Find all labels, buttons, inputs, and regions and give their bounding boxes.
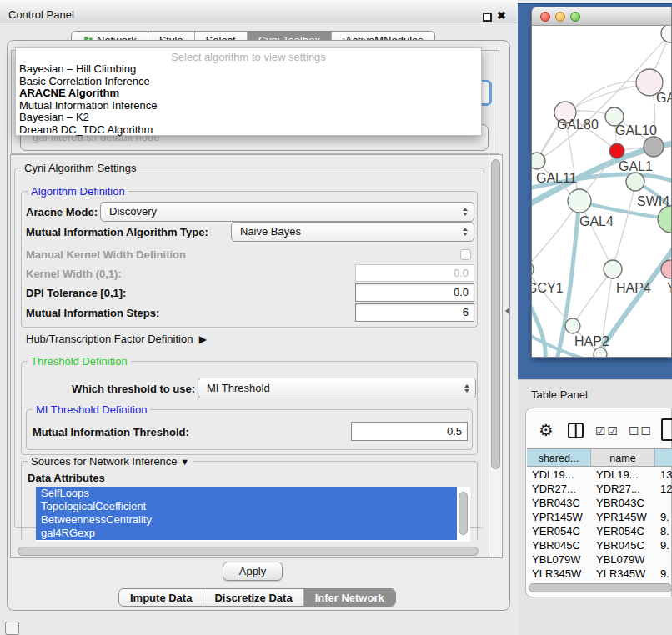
mi-threshold-legend: MI Threshold Definition bbox=[33, 403, 150, 416]
table-cell: YBL079W bbox=[527, 552, 591, 567]
network-node[interactable] bbox=[609, 143, 624, 158]
table-cell: YER054C bbox=[591, 524, 655, 538]
deselect-all-checkboxes-icon[interactable]: ☐☐ bbox=[629, 424, 653, 438]
table-cell: 8. bbox=[655, 524, 672, 538]
dropdown-item[interactable]: Mutual Information Inference bbox=[16, 100, 481, 112]
mi-type-combo[interactable]: Naive Bayes bbox=[231, 222, 474, 242]
table-header-partial[interactable] bbox=[655, 448, 672, 467]
float-panel-icon[interactable] bbox=[483, 12, 492, 22]
control-panel-titlebar: Control Panel ✖ bbox=[0, 0, 517, 23]
network-node[interactable] bbox=[604, 260, 622, 278]
dropdown-prompt: Select algorithm to view settings bbox=[16, 51, 481, 63]
minimize-window-icon[interactable] bbox=[555, 12, 565, 22]
zoom-window-icon[interactable] bbox=[570, 12, 580, 22]
network-node[interactable] bbox=[568, 189, 591, 212]
table-row[interactable]: YLR345WYLR345W9. bbox=[527, 567, 672, 581]
tab-label: Discretize Data bbox=[214, 589, 292, 607]
node-label: GAL11 bbox=[536, 171, 577, 185]
table-cell: YPR145W bbox=[591, 510, 655, 524]
cyni-settings-scrollpane: Cyni Algorithm Settings Algorithm Defini… bbox=[10, 154, 503, 558]
table-cell: 9. bbox=[655, 567, 672, 581]
node-label: GAL1 bbox=[619, 159, 653, 173]
algorithm-definition-legend: Algorithm Definition bbox=[28, 185, 128, 198]
network-node[interactable] bbox=[658, 206, 672, 232]
close-window-icon[interactable] bbox=[540, 12, 550, 22]
sources-legend[interactable]: Sources for Network Inference ▼ bbox=[28, 455, 193, 468]
attribute-list-item[interactable]: gal4RGexp bbox=[36, 527, 457, 540]
hub-definition-toggle[interactable]: Hub/Transcription Factor Definition ▶ bbox=[26, 332, 207, 345]
export-table-icon[interactable] bbox=[661, 418, 672, 441]
aracne-mode-combo[interactable]: Discovery bbox=[100, 202, 474, 222]
mi-steps-field[interactable]: 6 bbox=[355, 303, 474, 322]
table-header-name[interactable]: name bbox=[591, 448, 655, 467]
table-cell: YER054C bbox=[527, 524, 591, 538]
node-label: GCY1 bbox=[532, 281, 564, 295]
table-settings-gear-icon[interactable]: ⚙ bbox=[539, 420, 554, 440]
manual-kernel-checkbox[interactable] bbox=[460, 249, 471, 260]
dropdown-item[interactable]: Basic Correlation Inference bbox=[16, 76, 481, 88]
table-row[interactable]: YDL19...YDL19...13 bbox=[527, 468, 672, 482]
dropdown-item[interactable]: Bayesian – K2 bbox=[16, 112, 481, 124]
apply-button[interactable]: Apply bbox=[223, 562, 283, 581]
mi-type-label: Mutual Information Algorithm Type: bbox=[26, 226, 208, 238]
mi-steps-label: Mutual Information Steps: bbox=[26, 307, 159, 319]
table-row[interactable]: YDR27...YDR27...12 bbox=[527, 482, 672, 496]
network-node[interactable] bbox=[644, 137, 664, 157]
network-node[interactable] bbox=[565, 318, 580, 333]
dropdown-item[interactable]: Bayesian – Hill Climbing bbox=[16, 63, 481, 76]
table-row[interactable]: YBR045CYBR045C9. bbox=[527, 538, 672, 552]
dropdown-item[interactable]: Dream8 DC_TDC Algorithm bbox=[16, 124, 481, 137]
manual-kernel-label: Manual Kernel Width Definition bbox=[26, 248, 186, 261]
dropdown-item[interactable]: ARACNE Algorithm bbox=[16, 88, 481, 100]
select-all-checkboxes-icon[interactable]: ☑☑ bbox=[595, 424, 619, 438]
network-window-titlebar[interactable] bbox=[532, 8, 671, 26]
panel-divider-handle[interactable] bbox=[505, 308, 509, 314]
tab-label: Impute Data bbox=[130, 589, 192, 607]
table-row[interactable]: YER054CYER054C8. bbox=[527, 524, 672, 538]
kernel-width-label: Kernel Width (0,1): bbox=[26, 268, 122, 280]
tab-impute-data[interactable]: Impute Data bbox=[119, 589, 203, 606]
attribute-list-item[interactable]: TopologicalCoefficient bbox=[36, 500, 457, 513]
column-visibility-icon[interactable] bbox=[568, 422, 584, 438]
settings-vscroll-thumb[interactable] bbox=[491, 159, 500, 469]
network-node[interactable] bbox=[626, 172, 644, 191]
table-cell: YDR27... bbox=[591, 482, 655, 496]
dpi-tolerance-field[interactable]: 0.0 bbox=[355, 283, 474, 302]
mi-threshold-label: Mutual Information Threshold: bbox=[33, 426, 189, 438]
table-cell: YLR345W bbox=[591, 567, 655, 581]
tab-label: Infer Network bbox=[315, 589, 384, 607]
settings-horizontal-scrollbar[interactable] bbox=[18, 547, 479, 556]
attribute-list-item[interactable]: SelfLoops bbox=[36, 487, 457, 500]
attribute-list-item[interactable]: BetweennessCentrality bbox=[36, 513, 457, 527]
network-node[interactable] bbox=[532, 152, 545, 169]
tab-discretize-data[interactable]: Discretize Data bbox=[203, 589, 303, 606]
table-cell: YBR045C bbox=[591, 538, 655, 552]
table-row[interactable]: YPR145WYPR145W9. bbox=[527, 510, 672, 524]
network-node[interactable] bbox=[661, 26, 672, 42]
network-edge bbox=[573, 269, 613, 326]
tab-infer-network[interactable]: Infer Network bbox=[304, 589, 395, 606]
network-node[interactable] bbox=[594, 348, 607, 358]
combo-spinner-icon bbox=[463, 208, 468, 216]
table-header-shared-name[interactable]: shared... bbox=[527, 448, 591, 467]
mi-threshold-field[interactable]: 0.5 bbox=[351, 422, 468, 441]
combo-spinner-icon bbox=[463, 228, 468, 236]
which-threshold-combo[interactable]: MI Threshold bbox=[198, 378, 476, 398]
table-row[interactable]: YBR043CYBR043C bbox=[527, 496, 672, 510]
node-label: GAL4 bbox=[579, 214, 614, 228]
network-node[interactable] bbox=[532, 261, 534, 278]
table-cell: YBR043C bbox=[591, 496, 655, 510]
minimized-panel-icon[interactable] bbox=[5, 622, 19, 635]
table-cell: 9. bbox=[655, 538, 672, 552]
list-vertical-scrollbar[interactable] bbox=[459, 492, 468, 535]
node-label: GAL80 bbox=[557, 118, 599, 132]
table-horizontal-scrollbar[interactable] bbox=[529, 583, 672, 592]
table-panel-title: Table Panel bbox=[531, 388, 588, 401]
which-threshold-label: Which threshold to use: bbox=[72, 382, 195, 395]
table-row[interactable]: YBL079WYBL079W bbox=[527, 552, 672, 567]
network-canvas[interactable]: GALGAL80GAL10GAL1GAL11SWI4GAL4GCY1HAP4YH… bbox=[532, 26, 671, 358]
threshold-definition-legend: Threshold Definition bbox=[28, 355, 131, 368]
kernel-width-field[interactable]: 0.0 bbox=[355, 264, 474, 282]
close-panel-icon[interactable]: ✖ bbox=[497, 9, 506, 22]
network-view-window[interactable]: GALGAL80GAL10GAL1GAL11SWI4GAL4GCY1HAP4YH… bbox=[531, 7, 672, 358]
